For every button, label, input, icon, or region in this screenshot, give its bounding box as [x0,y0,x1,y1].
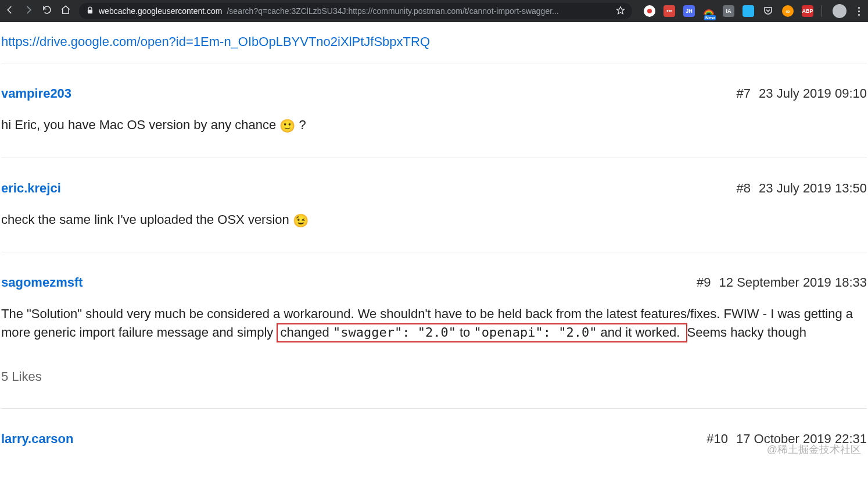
box-text-pre: changed [280,325,333,340]
code-openapi: "openapi": "2.0" [474,325,597,340]
post-number: #9 [697,273,711,292]
extension-blue-icon[interactable] [743,5,754,17]
extension-jh-icon[interactable]: JH [683,5,695,17]
page-content: https://drive.google.com/open?id=1Em-n_O… [0,22,868,467]
post-date: 17 October 2019 22:31 [736,430,867,448]
post-text: check the same link I've uploaded the OS… [1,212,293,227]
post-9: sagomezmsft #9 12 September 2019 18:33 T… [1,252,867,409]
post-body: hi Eric, you have Mac OS version by any … [1,116,867,135]
back-button[interactable] [5,5,15,17]
extension-ia-icon[interactable]: IA [723,5,734,17]
address-bar[interactable]: webcache.googleusercontent.com/search?q=… [79,3,632,19]
chrome-menu-button[interactable] [855,7,863,16]
post-likes[interactable]: 5 Likes [1,367,867,386]
extension-pocket-icon[interactable] [762,5,774,17]
extension-new-badge: New [704,15,716,20]
code-swagger: "swagger": "2.0" [333,325,456,340]
url-path: /search?q=cache:3ZClLzbSU34J:https://com… [227,6,558,16]
post-fragment-top: https://drive.google.com/open?id=1Em-n_O… [1,22,867,63]
post-username[interactable]: vampire203 [1,84,71,103]
extension-record-icon[interactable] [644,5,655,17]
toolbar-separator [822,5,822,17]
post-meta: #9 12 September 2019 18:33 [697,273,867,292]
post-number: #7 [737,84,751,103]
drive-link[interactable]: https://drive.google.com/open?id=1Em-n_O… [1,34,430,49]
post-username[interactable]: sagomezmsft [1,273,83,292]
bookmark-star-icon[interactable] [616,6,625,17]
svg-marker-0 [616,6,624,14]
post-username[interactable]: larry.carson [1,430,73,448]
post-meta: #8 23 July 2019 13:50 [737,179,867,198]
post-date: 23 July 2019 13:50 [759,179,867,198]
post-meta: #10 17 October 2019 22:31 [706,430,867,448]
post-text-post: Seems hacky though [687,325,806,340]
post-body: The "Solution" should very much be consi… [1,305,867,342]
post-text-after: ? [295,117,306,132]
post-number: #8 [737,179,751,198]
post-date: 12 September 2019 18:33 [719,273,867,292]
extension-abp-icon[interactable]: ABP [802,5,813,17]
extension-strip: ••• JH New IA ∞ ABP [640,4,863,18]
forward-button[interactable] [23,5,34,17]
post-number: #10 [706,430,728,448]
post-8: eric.krejci #8 23 July 2019 13:50 check … [1,158,867,253]
reload-button[interactable] [42,5,52,17]
extension-lastpass-icon[interactable]: ••• [663,5,675,17]
lock-icon [86,6,94,16]
post-7: vampire203 #7 23 July 2019 09:10 hi Eric… [1,63,867,158]
url-host: webcache.googleusercontent.com [99,6,222,16]
home-button[interactable] [60,5,71,17]
extension-rainbow-icon[interactable]: New [703,5,715,17]
nav-buttons [5,5,71,17]
highlighted-fix: changed "swagger": "2.0" to "openapi": "… [277,323,687,342]
profile-avatar[interactable] [833,4,847,18]
smile-icon: 🙂 [279,117,295,135]
post-date: 23 July 2019 09:10 [759,84,867,103]
box-text-post: and it worked. [597,325,683,340]
post-meta: #7 23 July 2019 09:10 [737,84,867,103]
browser-toolbar: webcache.googleusercontent.com/search?q=… [0,0,868,22]
post-username[interactable]: eric.krejci [1,179,61,198]
post-body: check the same link I've uploaded the OS… [1,210,867,230]
post-10: larry.carson #10 17 October 2019 22:31 [1,409,867,467]
wink-icon: 😉 [293,212,309,230]
box-text-mid: to [456,325,474,340]
post-text: hi Eric, you have Mac OS version by any … [1,117,279,132]
extension-orange-icon[interactable]: ∞ [782,5,794,17]
